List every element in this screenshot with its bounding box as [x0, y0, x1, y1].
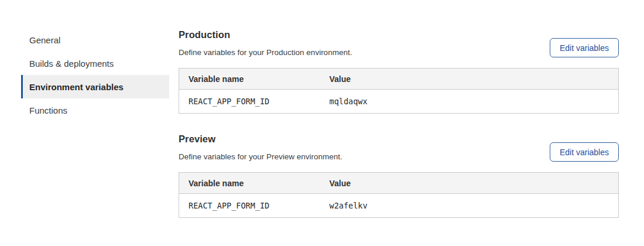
edit-variables-button-production[interactable]: Edit variables [550, 38, 619, 57]
edit-variables-button-preview[interactable]: Edit variables [550, 142, 619, 162]
sidebar-item-functions[interactable]: Functions [21, 98, 169, 122]
variable-name-cell: REACT_APP_FORM_ID [179, 194, 320, 218]
variable-value-cell: w2afelkv [320, 194, 619, 218]
column-header-value: Value [320, 69, 619, 90]
sidebar-item-general[interactable]: General [21, 28, 169, 52]
column-header-variable-name: Variable name [179, 173, 320, 194]
column-header-variable-name: Variable name [179, 69, 320, 90]
settings-sidebar: General Builds & deployments Environment… [21, 28, 169, 122]
table-row: REACT_APP_FORM_ID w2afelkv [179, 194, 619, 218]
sidebar-item-builds-deployments[interactable]: Builds & deployments [21, 52, 169, 75]
table-header-row: Variable name Value [179, 173, 619, 194]
variable-name-cell: REACT_APP_FORM_ID [179, 90, 320, 114]
column-header-value: Value [320, 173, 619, 194]
production-section: Production Define variables for your Pro… [179, 28, 619, 114]
preview-section: Preview Define variables for your Previe… [179, 132, 619, 218]
table-row: REACT_APP_FORM_ID mqldaqwx [179, 90, 619, 114]
preview-variables-table: Variable name Value REACT_APP_FORM_ID w2… [179, 172, 619, 218]
sidebar-item-environment-variables[interactable]: Environment variables [21, 75, 169, 98]
variable-value-cell: mqldaqwx [320, 90, 619, 114]
production-variables-table: Variable name Value REACT_APP_FORM_ID mq… [179, 68, 619, 114]
table-header-row: Variable name Value [179, 69, 619, 90]
